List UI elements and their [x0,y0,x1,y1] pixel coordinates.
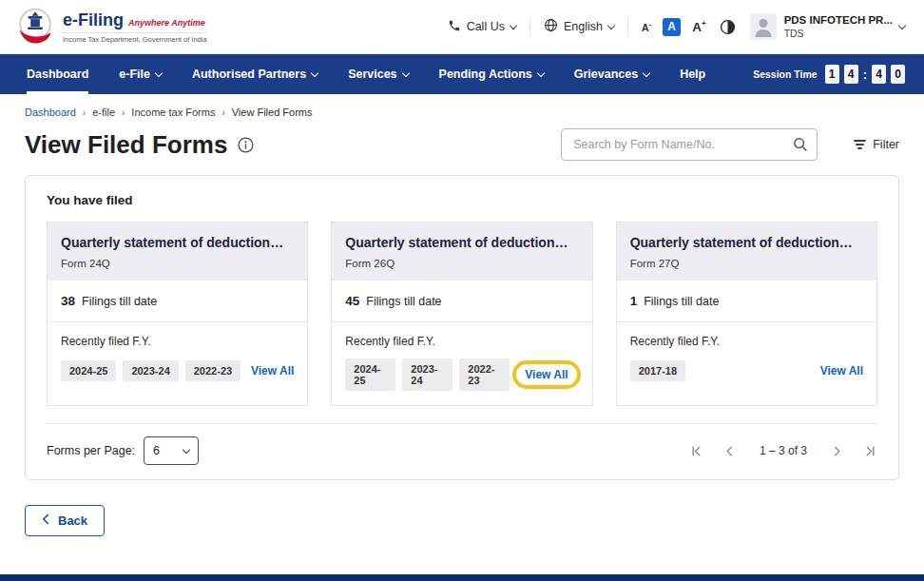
font-increase-button[interactable]: A+ [692,19,705,34]
breadcrumb-dashboard[interactable]: Dashboard [25,107,76,118]
page-range-text: 1 – 3 of 3 [760,444,807,457]
language-label: English [564,20,603,33]
card-header: Quarterly statement of deduction… Form 2… [332,223,591,281]
nav-pending-actions[interactable]: Pending Actions [439,54,544,94]
timer-digit: 4 [872,65,886,84]
previous-page-button[interactable] [722,444,737,458]
efiling-portal-page: e-Filing Anywhere Anytime Income Tax Dep… [0,0,924,581]
filed-forms-panel: You have filed Quarterly statement of de… [25,175,899,480]
card-title: Quarterly statement of deduction… [630,235,863,250]
session-timer: Session Time 1 4 : 4 0 [753,54,905,94]
divider [627,17,628,36]
filings-count-label: Filings till date [366,295,441,308]
brand-text: e-Filing Anywhere Anytime Income Tax Dep… [63,10,207,44]
forms-per-page-select[interactable]: 6 [144,436,199,465]
breadcrumb-separator: › [221,107,224,118]
user-name: PDS INFOTECH PR... [784,14,893,26]
brand-tagline: Anywhere Anytime [128,18,205,28]
india-emblem-icon [15,6,55,48]
globe-icon [544,18,558,35]
header-actions: Call Us English A- A A+ [448,12,905,41]
chevron-left-icon [42,513,50,528]
nav-efile[interactable]: e-File [119,54,162,94]
call-us-menu[interactable]: Call Us [448,19,516,35]
fy-chip: 2017-18 [630,360,685,381]
view-all-link-24q[interactable]: View All [251,364,294,378]
form-card-27q: Quarterly statement of deduction… Form 2… [616,222,877,406]
filter-icon [854,140,866,149]
recent-label: Recently filed F.Y. [61,335,294,348]
card-title: Quarterly statement of deduction… [61,235,294,250]
contrast-toggle-icon[interactable] [720,19,736,35]
fy-chip: 2022-23 [185,360,241,381]
pager-controls: 1 – 3 of 3 [689,444,877,458]
card-header: Quarterly statement of deduction… Form 2… [48,223,307,281]
filings-count-row: 45 Filings till date [332,281,591,322]
filings-count-label: Filings till date [644,295,719,308]
info-icon[interactable] [238,137,254,153]
breadcrumb-efile[interactable]: e-file [92,107,115,118]
recent-filings-section: Recently filed F.Y. 2017-18 View All [617,322,876,397]
breadcrumb-separator: › [83,107,86,118]
user-profile-menu[interactable]: PDS INFOTECH PR... TDS [749,12,905,41]
card-form-number: Form 27Q [630,258,863,269]
language-menu[interactable]: English [544,18,614,35]
back-button-label: Back [58,513,87,528]
filter-button[interactable]: Filter [854,138,899,151]
last-page-button[interactable] [863,444,877,458]
title-row: View Filed Forms Filter [25,128,899,161]
phone-icon [448,19,461,35]
timer-digit: 4 [844,65,858,84]
card-form-number: Form 26Q [345,258,578,269]
view-all-link-27q[interactable]: View All [820,364,863,378]
divider [529,17,530,36]
page-content: Dashboard › e-file › Income tax Forms › … [0,107,924,480]
nav-authorised-partners[interactable]: Authorised Partners [192,54,318,94]
view-all-link-26q-highlighted[interactable]: View All [516,364,576,385]
nav-help[interactable]: Help [680,54,705,94]
back-button[interactable]: Back [25,505,105,536]
card-header: Quarterly statement of deduction… Form 2… [617,223,876,281]
search-input[interactable] [561,128,818,161]
top-header: e-Filing Anywhere Anytime Income Tax Dep… [0,0,924,54]
efiling-logo[interactable]: e-Filing Anywhere Anytime Income Tax Dep… [15,6,207,48]
fy-chip: 2023-24 [123,360,178,381]
chevron-down-icon [898,21,906,29]
timer-digit: 0 [891,65,905,84]
search-icon[interactable] [793,137,808,156]
fy-chips-row: 2017-18 View All [630,358,863,383]
fy-chip: 2024-25 [61,360,116,381]
first-page-button[interactable] [689,444,703,458]
next-page-button[interactable] [830,444,844,458]
brand-subtitle: Income Tax Department, Government of Ind… [63,32,207,44]
nav-dashboard[interactable]: Dashboard [27,54,88,94]
chevron-down-icon [643,68,650,76]
filings-count: 38 [61,294,75,308]
breadcrumb-current: View Filed Forms [232,107,313,118]
panel-heading: You have filed [47,193,877,207]
call-us-label: Call Us [467,20,505,33]
user-avatar [749,12,778,41]
font-decrease-button[interactable]: A- [642,20,651,33]
filings-count: 1 [630,294,638,308]
search-box [561,128,818,161]
fy-chips-row: 2024-25 2023-24 2022-23 View All [345,358,578,391]
chevron-down-icon [401,68,409,76]
card-form-number: Form 24Q [61,258,294,269]
fy-chip: 2022-23 [459,358,510,391]
nav-grievances[interactable]: Grievances [574,54,649,94]
filings-count: 45 [345,294,359,308]
page-title: View Filed Forms [25,130,227,160]
chevron-down-icon [155,68,163,76]
form-cards: Quarterly statement of deduction… Form 2… [47,222,877,406]
forms-per-page: Forms per Page: 6 [47,436,199,465]
nav-items: Dashboard e-File Authorised Partners Ser… [27,54,705,94]
breadcrumb-income-tax-forms[interactable]: Income tax Forms [131,107,215,118]
recent-filings-section: Recently filed F.Y. 2024-25 2023-24 2022… [48,322,307,397]
pagination-row: Forms per Page: 6 1 – 3 of 3 [47,423,877,465]
forms-per-page-label: Forms per Page: [47,444,135,457]
nav-services[interactable]: Services [348,54,408,94]
card-title: Quarterly statement of deduction… [345,235,578,250]
filings-count-row: 1 Filings till date [617,281,876,322]
font-normal-button[interactable]: A [663,18,681,36]
